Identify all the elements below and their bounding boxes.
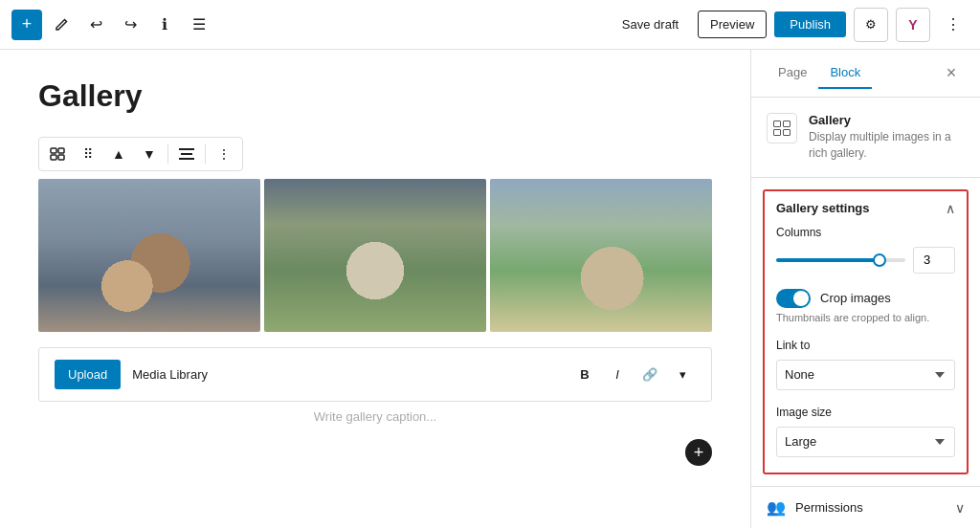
permissions-label: Permissions	[795, 500, 863, 515]
redo-button[interactable]: ↪	[115, 10, 145, 40]
move-down-button[interactable]: ▼	[135, 140, 164, 168]
undo-button[interactable]: ↩	[80, 10, 111, 40]
align-center-button[interactable]	[172, 140, 201, 168]
info-button[interactable]: ℹ	[149, 10, 180, 40]
bold-button[interactable]: B	[571, 362, 598, 388]
add-block-bottom-button[interactable]: +	[685, 439, 712, 466]
tab-page[interactable]: Page	[767, 57, 818, 89]
move-up-button[interactable]: ▲	[104, 140, 133, 168]
permissions-section[interactable]: 👥 Permissions ∨	[751, 486, 980, 528]
gallery-image-2[interactable]	[264, 179, 486, 332]
block-info: Gallery Display multiple images in a ric…	[751, 98, 980, 178]
block-toolbar: ⠿ ▲ ▼ ⋮	[38, 137, 243, 171]
permissions-icon: 👥	[767, 498, 786, 517]
image-size-label: Image size	[776, 406, 955, 419]
more-formatting-button[interactable]: ▾	[669, 362, 696, 388]
crop-images-hint: Thumbnails are cropped to align.	[776, 312, 955, 323]
media-library-link[interactable]: Media Library	[132, 367, 208, 382]
svg-rect-4	[179, 148, 194, 150]
toolbar-right: Save draft Preview Publish ⚙ Y ⋮	[611, 8, 969, 42]
svg-rect-2	[51, 155, 56, 160]
sidebar-header: Page Block ×	[751, 50, 980, 98]
slider-fill	[776, 258, 880, 262]
tab-block[interactable]: Block	[818, 57, 872, 89]
sidebar: Page Block × Gallery Display multiple im…	[750, 50, 980, 528]
upload-button[interactable]: Upload	[55, 360, 121, 389]
gallery-caption-placeholder[interactable]: Write gallery caption...	[38, 409, 712, 424]
gallery-icon-button[interactable]	[43, 140, 72, 168]
pencil-icon	[54, 17, 69, 33]
svg-rect-5	[181, 153, 192, 155]
settings-panel-body: Columns	[765, 226, 967, 473]
settings-panel-header[interactable]: Gallery settings ∧	[765, 191, 967, 226]
block-more-options-button[interactable]: ⋮	[210, 140, 238, 168]
toolbar-left: + ↩ ↪ ℹ ☰	[11, 10, 611, 40]
toolbar-divider-2	[205, 144, 206, 164]
link-to-select[interactable]: None Media File Attachment Page	[776, 360, 955, 390]
gallery-image-3[interactable]	[490, 179, 712, 332]
edit-icon-button[interactable]	[46, 10, 77, 40]
gear-icon: ⚙	[865, 17, 877, 32]
svg-rect-6	[179, 158, 194, 160]
toolbar-divider	[167, 144, 168, 164]
block-icon	[767, 113, 797, 143]
columns-slider-container	[776, 258, 905, 262]
svg-rect-7	[774, 121, 781, 127]
italic-button[interactable]: I	[604, 362, 631, 388]
svg-rect-0	[51, 148, 56, 153]
columns-label: Columns	[776, 226, 955, 239]
collapse-icon: ∧	[946, 201, 955, 216]
main-toolbar: + ↩ ↪ ℹ ☰ Save draft Preview Publish ⚙ Y…	[0, 0, 980, 50]
more-options-button[interactable]: ⋮	[938, 10, 969, 40]
image-size-select[interactable]: Large Medium Small Thumbnail Full Size	[776, 427, 955, 457]
gallery-image-1[interactable]	[38, 179, 260, 332]
page-title: Gallery	[38, 78, 712, 114]
save-draft-button[interactable]: Save draft	[611, 11, 690, 37]
link-to-label: Link to	[776, 339, 955, 352]
svg-rect-9	[774, 130, 781, 136]
image-size-setting: Image size Large Medium Small Thumbnail …	[776, 406, 955, 457]
gallery-images-container	[38, 179, 712, 332]
settings-panel-title: Gallery settings	[776, 201, 870, 215]
gallery-settings-panel: Gallery settings ∧ Columns	[763, 189, 969, 474]
preview-button[interactable]: Preview	[698, 11, 767, 38]
sidebar-tabs: Page Block	[767, 57, 872, 89]
main-layout: Gallery ⠿ ▲ ▼	[0, 50, 980, 528]
align-center-icon	[179, 148, 194, 160]
columns-setting: Columns	[776, 226, 955, 274]
gallery-icon	[50, 147, 65, 161]
block-description: Display multiple images in a rich galler…	[809, 129, 965, 162]
columns-slider-row	[776, 247, 955, 274]
permissions-expand-icon: ∨	[955, 500, 965, 516]
svg-rect-1	[58, 148, 64, 153]
svg-rect-3	[58, 155, 64, 160]
settings-gear-button[interactable]: ⚙	[854, 8, 888, 42]
yoast-button[interactable]: Y	[896, 8, 930, 42]
publish-button[interactable]: Publish	[774, 11, 846, 37]
editor-area: Gallery ⠿ ▲ ▼	[0, 50, 750, 528]
crop-toggle-row: Crop images	[776, 289, 955, 308]
columns-number-input[interactable]	[913, 247, 955, 274]
columns-slider[interactable]	[776, 258, 905, 262]
drag-handle-button[interactable]: ⠿	[74, 140, 102, 168]
svg-rect-8	[784, 121, 791, 127]
list-view-button[interactable]: ☰	[184, 10, 214, 40]
upload-area: Upload Media Library B I 🔗 ▾	[38, 347, 712, 402]
sidebar-close-button[interactable]: ×	[938, 60, 965, 87]
slider-thumb[interactable]	[873, 253, 886, 267]
svg-rect-10	[784, 130, 791, 136]
crop-images-toggle[interactable]	[776, 289, 811, 308]
permissions-left: 👥 Permissions	[767, 498, 863, 517]
add-block-button[interactable]: +	[11, 10, 42, 40]
block-info-text: Gallery Display multiple images in a ric…	[809, 113, 965, 162]
crop-images-label: Crop images	[820, 291, 891, 305]
link-button[interactable]: 🔗	[636, 362, 663, 388]
toggle-thumb	[793, 291, 809, 306]
gallery-block-icon	[773, 121, 791, 136]
crop-images-setting: Crop images Thumbnails are cropped to al…	[776, 289, 955, 323]
link-to-setting: Link to None Media File Attachment Page	[776, 339, 955, 390]
formatting-toolbar: B I 🔗 ▾	[571, 362, 696, 388]
block-title-label: Gallery	[809, 113, 965, 127]
